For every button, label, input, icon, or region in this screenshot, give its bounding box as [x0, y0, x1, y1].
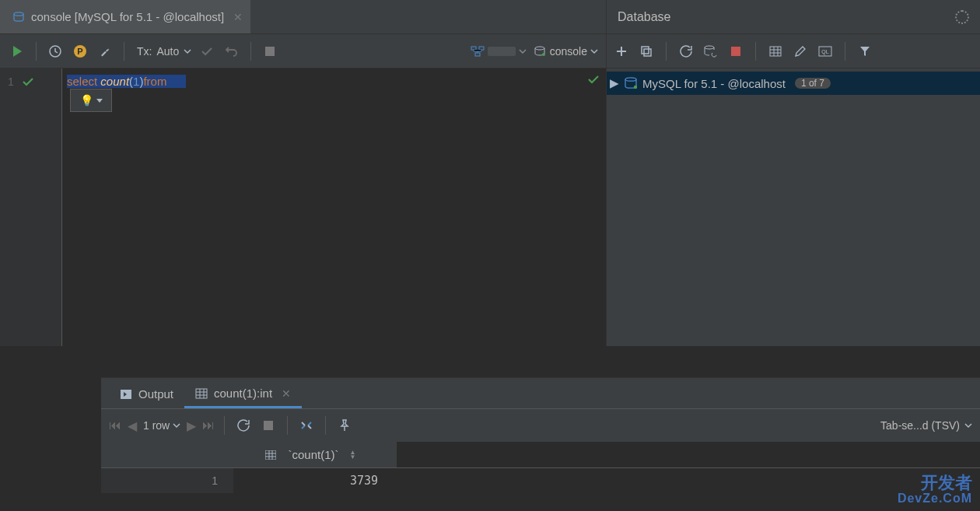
- intention-bulb[interactable]: 💡: [70, 89, 112, 112]
- console-icon: [533, 46, 547, 57]
- sync-button[interactable]: [702, 43, 719, 60]
- history-button[interactable]: [46, 42, 65, 61]
- svg-text:P: P: [77, 47, 82, 56]
- settings-button[interactable]: [96, 42, 114, 61]
- editor-area[interactable]: 1 select count(1)from 💡: [0, 68, 606, 346]
- query-console-button[interactable]: QL: [817, 43, 834, 60]
- close-icon[interactable]: ✕: [282, 387, 291, 400]
- expand-arrow-icon[interactable]: ▶: [610, 76, 619, 90]
- svg-point-15: [625, 78, 636, 81]
- edit-button[interactable]: [792, 43, 809, 60]
- row-count-selector[interactable]: 1 row: [143, 419, 180, 432]
- pin-button[interactable]: [335, 416, 354, 435]
- column-header[interactable]: `count(1)` ▲▼: [233, 442, 397, 468]
- check-icon: [22, 75, 34, 88]
- play-icon: [13, 46, 22, 57]
- table-row[interactable]: 1 3739: [101, 468, 980, 493]
- close-icon[interactable]: ✕: [233, 11, 243, 23]
- datasource-label: MySQL for 5.1 - @localhost: [642, 77, 786, 90]
- sort-icon[interactable]: ▲▼: [350, 450, 356, 460]
- svg-rect-12: [770, 47, 781, 56]
- svg-rect-4: [471, 47, 476, 50]
- first-page-button[interactable]: ⏮: [109, 418, 121, 432]
- copy-icon: [640, 45, 653, 58]
- pin-icon: [339, 419, 350, 432]
- run-button[interactable]: [8, 42, 26, 61]
- tx-mode: Auto: [156, 45, 179, 58]
- editor-pane: console [MySQL for 5.1 - @localhost] ✕ P…: [0, 0, 607, 346]
- commit-button[interactable]: [198, 42, 216, 61]
- schema-icon: [471, 46, 485, 57]
- last-page-button[interactable]: ⏭: [202, 418, 215, 432]
- compare-icon: [299, 420, 313, 431]
- svg-rect-6: [475, 53, 480, 56]
- svg-point-11: [705, 46, 714, 49]
- refresh-button[interactable]: [677, 43, 695, 60]
- svg-rect-9: [642, 47, 649, 54]
- datasource-badge: 1 of 7: [795, 78, 831, 89]
- plus-icon: [615, 45, 628, 58]
- filter-button[interactable]: [856, 43, 873, 60]
- schema-label: [488, 47, 516, 56]
- svg-point-0: [14, 12, 23, 15]
- table-view-button[interactable]: [767, 43, 784, 60]
- code-editor[interactable]: select count(1)from 💡: [62, 68, 606, 346]
- cancel-query-button[interactable]: [259, 416, 278, 435]
- preview-button[interactable]: P: [71, 42, 89, 61]
- database-tree[interactable]: ▶ MySQL for 5.1 - @localhost 1 of 7: [607, 68, 980, 346]
- editor-gutter: 1: [0, 68, 62, 346]
- gear-icon[interactable]: [955, 10, 969, 24]
- result-tab[interactable]: count(1):int ✕: [184, 380, 302, 408]
- add-button[interactable]: [613, 43, 630, 60]
- output-tab-label: Output: [138, 387, 173, 401]
- console-label: console: [550, 45, 587, 58]
- next-page-button[interactable]: ▶: [187, 418, 196, 433]
- table-icon: [195, 388, 208, 399]
- disconnect-button[interactable]: [727, 43, 744, 60]
- console-selector[interactable]: console: [533, 45, 598, 58]
- results-grid[interactable]: `count(1)` ▲▼ 1 3739: [101, 442, 980, 511]
- datasource-node[interactable]: ▶ MySQL for 5.1 - @localhost 1 of 7: [607, 72, 980, 95]
- prev-page-button[interactable]: ◀: [128, 418, 137, 433]
- pencil-icon: [794, 45, 807, 58]
- check-icon: [587, 73, 600, 86]
- stop-button[interactable]: [261, 42, 279, 61]
- column-header-label: `count(1)`: [289, 448, 339, 461]
- compare-button[interactable]: [297, 416, 316, 435]
- reload-button[interactable]: [234, 416, 253, 435]
- refresh-icon: [680, 45, 692, 58]
- svg-rect-18: [196, 389, 207, 398]
- database-panel-header: Database: [607, 0, 980, 34]
- editor-tab-label: console [MySQL for 5.1 - @localhost]: [31, 10, 224, 23]
- tx-mode-selector[interactable]: Tx: Auto: [137, 45, 191, 58]
- duplicate-button[interactable]: [638, 43, 655, 60]
- rollback-button[interactable]: [222, 42, 241, 61]
- editor-tabs: console [MySQL for 5.1 - @localhost] ✕: [0, 0, 606, 34]
- output-icon: [120, 389, 132, 400]
- chevron-down-icon: [519, 47, 527, 55]
- editor-tab-console[interactable]: console [MySQL for 5.1 - @localhost] ✕: [0, 0, 250, 33]
- export-format-selector[interactable]: Tab-se...d (TSV): [880, 419, 972, 432]
- database-refresh-icon: [704, 45, 718, 58]
- database-panel-title: Database: [618, 10, 671, 24]
- row-number: 1: [101, 468, 233, 493]
- schema-selector[interactable]: [471, 46, 527, 57]
- history-icon: [48, 44, 62, 58]
- table-icon: [769, 46, 782, 57]
- undo-icon: [225, 44, 239, 58]
- tx-label: Tx:: [137, 45, 152, 58]
- chevron-down-icon: [96, 99, 103, 103]
- sql-icon: QL: [818, 46, 832, 57]
- output-tab[interactable]: Output: [109, 381, 184, 408]
- stop-icon: [264, 421, 273, 430]
- check-icon: [200, 44, 214, 58]
- svg-rect-5: [479, 47, 484, 50]
- database-console-icon: [12, 11, 25, 23]
- result-tab-label: count(1):int: [214, 387, 272, 400]
- svg-text:QL: QL: [821, 49, 828, 55]
- refresh-icon: [237, 419, 250, 432]
- chevron-down-icon: [590, 47, 598, 55]
- cell-value[interactable]: 3739: [233, 474, 389, 488]
- export-label: Tab-se...d (TSV): [880, 419, 960, 432]
- results-tabs: Output count(1):int ✕: [101, 378, 980, 409]
